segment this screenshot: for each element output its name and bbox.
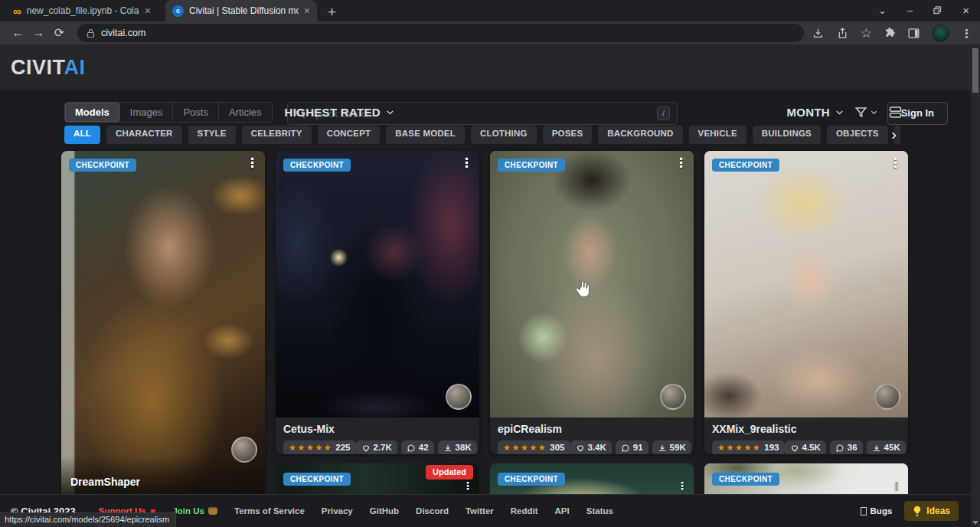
back-button[interactable]: ← (8, 27, 28, 39)
footer-link-status[interactable]: Status (586, 506, 613, 516)
category-chip-buildings[interactable]: BUILDINGS (753, 126, 821, 144)
ideas-button[interactable]: Ideas (904, 501, 959, 521)
browser-tab-colab[interactable]: ∞ new_colab_file.ipynb - Colaborat × (6, 0, 158, 21)
downloads-chip[interactable]: 45K (867, 440, 906, 454)
card-menu-kebab-icon[interactable]: ⋮ (677, 480, 688, 491)
filter-funnel-icon (854, 105, 868, 119)
footer-link-terms[interactable]: Terms of Service (234, 506, 305, 516)
comments-chip[interactable]: 36 (830, 440, 863, 454)
browser-menu-kebab-icon[interactable]: ⋮ (961, 28, 972, 39)
rating-chip[interactable]: ★★★★★ 225 (283, 440, 356, 454)
footer-link-github[interactable]: GitHub (370, 506, 399, 516)
tab-images[interactable]: Images (119, 103, 173, 122)
downloads-count: 45K (884, 443, 900, 453)
footer-link-api[interactable]: API (555, 506, 570, 516)
rating-chip[interactable]: ★★★★★ 193 (712, 440, 785, 454)
page-scrollbar[interactable] (971, 45, 980, 527)
close-tab-icon[interactable]: × (304, 5, 310, 16)
category-chip-background[interactable]: BACKGROUND (598, 126, 682, 144)
card-menu-kebab-icon[interactable]: ⋮ (246, 156, 259, 169)
likes-count: 2.7K (374, 443, 392, 453)
reload-button[interactable]: ⟳ (49, 27, 70, 39)
tab-posts[interactable]: Posts (172, 103, 218, 122)
tab-models[interactable]: Models (65, 103, 119, 122)
side-panel-icon[interactable] (907, 27, 920, 40)
likes-count: 4.5K (802, 443, 821, 453)
model-title: XXMix_9realistic (712, 423, 900, 435)
browser-profile-avatar[interactable] (932, 25, 949, 42)
download-icon (443, 444, 452, 453)
download-page-icon[interactable] (812, 27, 825, 40)
downloads-chip[interactable]: 59K (652, 440, 691, 454)
likes-chip[interactable]: 2.7K (356, 440, 397, 454)
category-chip-base-model[interactable]: BASE MODEL (386, 126, 465, 144)
content-nav-row: Models Images Posts Articles HIGHEST RAT… (64, 100, 903, 123)
civitai-logo[interactable]: CIVITAI (11, 57, 86, 78)
period-dropdown[interactable]: MONTH (787, 106, 845, 119)
card-menu-kebab-icon[interactable]: ⋮ (891, 480, 902, 491)
window-menu-chevron-icon[interactable]: ⌄ (878, 5, 887, 15)
likes-chip[interactable]: 4.5K (785, 440, 826, 454)
category-chip-character[interactable]: CHARACTER (106, 126, 182, 144)
sort-dropdown[interactable]: HIGHEST RATED (285, 106, 395, 119)
creator-avatar[interactable] (446, 384, 472, 410)
close-tab-icon[interactable]: × (145, 5, 151, 16)
category-chip-objects[interactable]: OBJECTS (827, 126, 888, 144)
content-type-tabs: Models Images Posts Articles (64, 102, 273, 123)
bugs-button[interactable]: Bugs (861, 506, 893, 516)
share-icon[interactable] (836, 27, 849, 40)
join-us-link[interactable]: Join Us (172, 506, 217, 516)
model-card-epicrealism[interactable]: CHECKPOINT ⋮ epiCRealism ★★★★★ 305 3.4K … (490, 151, 694, 454)
category-chip-vehicle[interactable]: VEHICLE (689, 126, 746, 144)
model-preview-image: CHECKPOINT ⋮ (490, 151, 694, 417)
scrollbar-down-arrow-icon[interactable] (972, 521, 978, 525)
window-restore-button[interactable] (933, 6, 942, 15)
tab-articles[interactable]: Articles (218, 103, 272, 122)
category-chip-celebrity[interactable]: CELEBRITY (242, 126, 312, 144)
browser-tab-civitai[interactable]: c Civitai | Stable Diffusion models, × (165, 0, 317, 21)
footer-link-twitter[interactable]: Twitter (466, 506, 494, 516)
category-chip-clothing[interactable]: CLOTHING (471, 126, 537, 144)
model-preview-image: CHECKPOINT ⋮ (276, 151, 479, 417)
layout-toggle-icon[interactable] (887, 104, 903, 120)
footer-link-privacy[interactable]: Privacy (322, 506, 353, 516)
purse-icon (208, 507, 217, 515)
footer-link-discord[interactable]: Discord (416, 506, 449, 516)
category-chip-all[interactable]: ALL (64, 126, 100, 144)
card-menu-kebab-icon[interactable]: ⋮ (460, 156, 473, 169)
creator-avatar[interactable] (660, 384, 686, 410)
comment-icon (621, 444, 630, 453)
new-tab-button[interactable]: + (328, 5, 336, 19)
creator-avatar[interactable] (874, 384, 900, 410)
card-menu-kebab-icon[interactable]: ⋮ (889, 156, 902, 169)
address-bar[interactable]: civitai.com (77, 24, 804, 42)
download-icon (872, 444, 881, 453)
model-title: DreamShaper (61, 456, 265, 496)
heart-icon (576, 444, 585, 453)
extensions-puzzle-icon[interactable] (884, 27, 896, 39)
comment-icon (407, 444, 416, 453)
categories-scroll-next-icon[interactable]: › (891, 126, 897, 142)
card-menu-kebab-icon[interactable]: ⋮ (462, 480, 473, 491)
category-chip-poses[interactable]: POSES (543, 126, 593, 144)
filters-button[interactable] (854, 105, 878, 119)
card-menu-kebab-icon[interactable]: ⋮ (675, 156, 688, 169)
window-minimize-button[interactable]: – (907, 5, 913, 15)
comments-chip[interactable]: 42 (401, 440, 434, 454)
category-chip-concept[interactable]: CONCEPT (318, 126, 381, 144)
bookmark-star-icon[interactable]: ☆ (861, 27, 872, 40)
likes-chip[interactable]: 3.4K (570, 440, 612, 454)
model-card-cetus-mix[interactable]: CHECKPOINT ⋮ Cetus-Mix ★★★★★ 225 2.7K 42 (276, 151, 479, 454)
window-close-button[interactable]: × (962, 5, 969, 16)
model-card-dreamshaper[interactable]: CHECKPOINT ⋮ DreamShaper (61, 151, 265, 496)
comments-chip[interactable]: 91 (616, 440, 648, 454)
downloads-chip[interactable]: 38K (438, 440, 477, 454)
category-chip-style[interactable]: STYLE (188, 126, 236, 144)
footer-link-reddit[interactable]: Reddit (511, 506, 538, 516)
scrollbar-thumb[interactable] (972, 48, 978, 93)
rating-chip[interactable]: ★★★★★ 305 (498, 440, 570, 454)
tab-title: new_colab_file.ipynb - Colaborat (27, 5, 139, 16)
forward-button[interactable]: → (28, 27, 49, 39)
model-title: epiCRealism (498, 423, 686, 435)
model-card-xxmix-9realistic[interactable]: CHECKPOINT ⋮ XXMix_9realistic ★★★★★ 193 … (704, 151, 908, 454)
